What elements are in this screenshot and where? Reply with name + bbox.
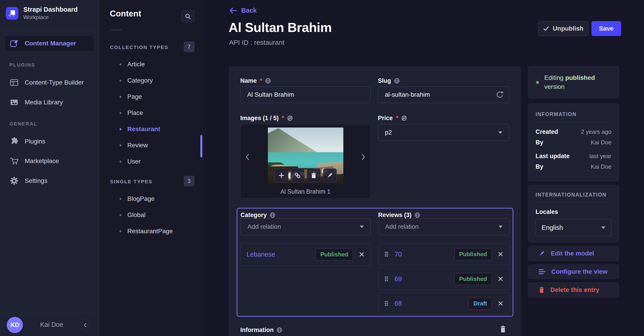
status-badge: Published [316, 249, 353, 260]
subnav-divider [110, 30, 122, 30]
internationalization-header: INTERNATIONALIZATION [536, 192, 612, 198]
bullet-icon [120, 80, 122, 82]
reviews-add-relation-select[interactable]: Add relation [378, 218, 510, 235]
panel-divider [536, 122, 612, 122]
pencil-icon [539, 250, 545, 257]
subnav-item-restaurantpage[interactable]: RestaurantPage [100, 223, 203, 239]
copy-link-button[interactable] [290, 169, 304, 182]
collection-types-count: 7 [184, 41, 194, 52]
locale-select[interactable]: English [536, 219, 612, 236]
trash-icon [500, 325, 506, 333]
relation-link[interactable]: Lebanese [246, 251, 275, 258]
remove-relation-button[interactable] [498, 276, 504, 282]
sidebar-item-plugins[interactable]: Plugins [6, 134, 94, 149]
subnav-item-page[interactable]: Page [100, 89, 203, 105]
delete-image-button[interactable] [307, 169, 321, 182]
drag-handle[interactable] [384, 251, 389, 257]
cart-icon [10, 156, 19, 165]
page-title: Al Sultan Brahim [228, 20, 332, 35]
bullet-icon [120, 144, 122, 146]
subnav-item-category[interactable]: Category [100, 72, 203, 89]
info-row-updated-by: ByKai Doe [536, 163, 612, 170]
info-row-created-by: ByKai Doe [536, 139, 612, 146]
category-add-relation-select[interactable]: Add relation [240, 218, 371, 235]
editing-status-text: Editing published version [544, 73, 611, 91]
remove-relation-button[interactable] [359, 251, 365, 257]
bullet-icon [120, 230, 122, 232]
information-panel: INFORMATION Created2 years ago ByKai Doe… [528, 103, 619, 181]
edit-model-button[interactable]: Edit the model [528, 246, 619, 261]
edit-image-button[interactable] [323, 169, 337, 182]
status-badge: Draft [469, 297, 492, 309]
panel-divider [536, 202, 612, 203]
configure-view-button[interactable]: Configure the view [528, 264, 619, 279]
globe-slash-icon [287, 115, 293, 121]
back-link[interactable]: Back [229, 7, 257, 14]
subnav-item-restaurant[interactable]: Restaurant [100, 121, 203, 137]
relation-link[interactable]: 70 [394, 251, 402, 258]
carousel-next-button[interactable] [360, 153, 366, 161]
sidebar-item-media-library[interactable]: Media Library [6, 95, 94, 110]
carousel-prev-button[interactable] [244, 153, 250, 161]
subnav-item-global[interactable]: Global [100, 207, 203, 223]
info-row-last-update: Last updatelast year [536, 153, 612, 160]
save-button[interactable]: Save [592, 21, 621, 36]
user-name: Kai Doe [27, 313, 76, 336]
add-image-button[interactable] [274, 169, 288, 182]
locales-label: Locales [536, 209, 612, 216]
strapi-logo-icon [6, 7, 18, 20]
avatar[interactable]: KD [7, 317, 23, 333]
collapse-sidebar-button[interactable] [81, 319, 89, 331]
subnav-title: Content [110, 9, 141, 19]
list-settings-icon [539, 269, 546, 275]
subnav-scrollbar-thumb[interactable] [200, 135, 202, 157]
nav-section-general: GENERAL [10, 121, 37, 127]
drag-handle[interactable] [384, 300, 389, 306]
sidebar-item-label: Media Library [25, 99, 63, 106]
relation-link[interactable]: 69 [394, 275, 402, 283]
image-actions [274, 169, 337, 182]
link-icon [294, 172, 301, 179]
subnav-item-blogpage[interactable]: BlogPage [100, 191, 203, 207]
price-select[interactable]: p2 [378, 124, 509, 141]
sidebar-item-content-manager[interactable]: Content Manager [6, 36, 94, 51]
globe-icon [270, 212, 276, 218]
information-header: INFORMATION [536, 111, 612, 117]
delete-entry-button[interactable]: Delete this entry [528, 282, 619, 297]
entry-form-card: Name* Slug Images (1 / 5)* [229, 66, 521, 336]
bullet-icon [120, 128, 122, 130]
brand[interactable]: Strapi Dashboard Workplace [6, 6, 78, 21]
review-relation-row: 69 Published [378, 268, 510, 290]
bullet-icon [120, 160, 122, 162]
name-label: Name* [240, 77, 271, 84]
delete-component-button[interactable] [500, 325, 506, 333]
subnav-item-user[interactable]: User [100, 153, 203, 170]
nav-section-plugins: PLUGINS [10, 62, 35, 68]
subnav-item-place[interactable]: Place [100, 105, 203, 121]
close-icon [498, 251, 504, 257]
unpublish-button[interactable]: Unpublish [538, 21, 588, 36]
regenerate-slug-button[interactable] [495, 90, 504, 99]
slug-input[interactable] [378, 86, 509, 103]
subnav-item-review[interactable]: Review [100, 137, 203, 153]
reviews-label: Reviews (3) [378, 212, 420, 219]
bullet-icon [120, 214, 122, 216]
relation-link[interactable]: 68 [394, 300, 402, 307]
images-carousel: Al Sultan Brahim 1 [240, 124, 370, 198]
bullet-icon [120, 112, 122, 114]
collection-types-header: COLLECTION TYPES [110, 45, 168, 50]
image-caption: Al Sultan Brahim 1 [240, 188, 370, 195]
gear-icon [10, 176, 19, 185]
remove-relation-button[interactable] [498, 251, 504, 257]
search-icon [184, 13, 191, 20]
published-dot-icon [536, 81, 539, 84]
globe-icon [265, 78, 271, 84]
name-input[interactable] [240, 86, 370, 103]
sidebar-item-content-type-builder[interactable]: Content-Type Builder [6, 75, 94, 90]
subnav-item-article[interactable]: Article [100, 56, 203, 72]
drag-handle[interactable] [384, 276, 389, 282]
search-button[interactable] [182, 10, 194, 23]
sidebar-item-marketplace[interactable]: Marketplace [6, 154, 94, 169]
sidebar-item-settings[interactable]: Settings [6, 174, 94, 188]
remove-relation-button[interactable] [498, 300, 504, 306]
